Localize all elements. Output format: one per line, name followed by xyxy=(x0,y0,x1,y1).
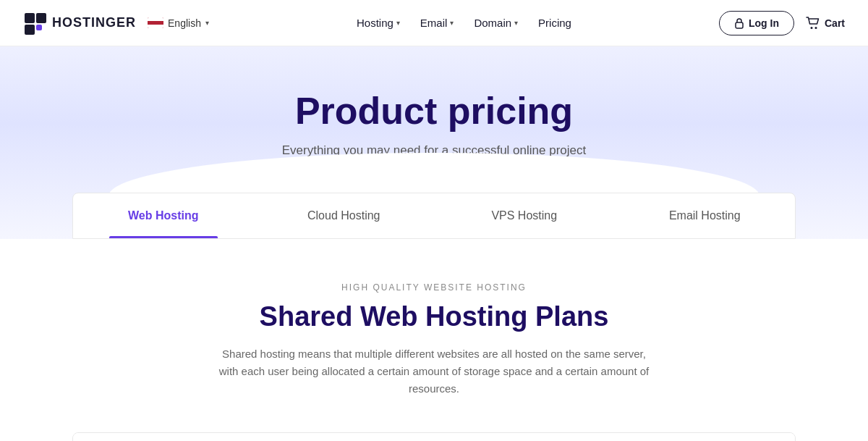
tab-cloud-hosting[interactable]: Cloud Hosting xyxy=(254,193,435,238)
nav-email-label: Email xyxy=(420,17,448,29)
nav-pricing[interactable]: Pricing xyxy=(538,17,571,29)
hosting-tabs: Web Hosting Cloud Hosting VPS Hosting Em… xyxy=(72,193,796,239)
cart-icon xyxy=(806,17,820,30)
chevron-down-icon: ▾ xyxy=(450,19,454,27)
tab-web-hosting[interactable]: Web Hosting xyxy=(73,193,254,238)
nav-actions: Log In Cart xyxy=(719,11,845,35)
tab-email-hosting[interactable]: Email Hosting xyxy=(615,193,796,238)
navbar: HOSTINGER English ▾ Hosting ▾ Email ▾ Do… xyxy=(0,0,868,46)
nav-left: HOSTINGER English ▾ xyxy=(23,12,209,35)
cart-button[interactable]: Cart xyxy=(806,17,845,30)
chevron-down-icon: ▾ xyxy=(514,19,518,27)
flag-icon xyxy=(148,17,163,28)
hero-title: Product pricing xyxy=(23,90,845,133)
svg-rect-3 xyxy=(36,25,42,30)
tab-vps-label: VPS Hosting xyxy=(491,209,557,222)
plan-table: Plan Features Single Premium Business xyxy=(72,432,796,441)
section-title: Shared Web Hosting Plans xyxy=(23,301,845,332)
section-tag: HIGH QUALITY WEBSITE HOSTING xyxy=(23,282,845,293)
nav-domain[interactable]: Domain ▾ xyxy=(474,17,518,29)
svg-rect-2 xyxy=(36,13,46,23)
lock-icon xyxy=(734,17,744,29)
tab-vps-hosting[interactable]: VPS Hosting xyxy=(434,193,615,238)
svg-point-6 xyxy=(814,27,817,29)
logo-icon xyxy=(23,12,46,35)
nav-domain-label: Domain xyxy=(474,17,511,29)
language-label: English xyxy=(168,17,201,29)
main-content: HIGH QUALITY WEBSITE HOSTING Shared Web … xyxy=(0,239,868,441)
tab-email-label: Email Hosting xyxy=(669,209,741,222)
tab-web-label: Web Hosting xyxy=(128,209,198,222)
nav-links: Hosting ▾ Email ▾ Domain ▾ Pricing xyxy=(357,17,571,29)
svg-rect-4 xyxy=(736,22,743,28)
nav-email[interactable]: Email ▾ xyxy=(420,17,454,29)
language-selector[interactable]: English ▾ xyxy=(148,17,209,29)
brand-name: HOSTINGER xyxy=(52,15,136,30)
hero-subtitle: Everything you may need for a successful… xyxy=(23,143,845,158)
cart-label: Cart xyxy=(825,17,845,29)
logo[interactable]: HOSTINGER xyxy=(23,12,136,35)
tab-cloud-label: Cloud Hosting xyxy=(307,209,380,222)
hero-section: Product pricing Everything you may need … xyxy=(0,46,868,239)
login-label: Log In xyxy=(749,17,779,29)
nav-hosting-label: Hosting xyxy=(357,17,393,29)
svg-rect-1 xyxy=(25,25,35,35)
login-button[interactable]: Log In xyxy=(719,11,794,35)
nav-pricing-label: Pricing xyxy=(538,17,571,29)
svg-rect-0 xyxy=(25,13,35,23)
nav-hosting[interactable]: Hosting ▾ xyxy=(357,17,400,29)
svg-point-5 xyxy=(810,27,812,29)
chevron-down-icon: ▾ xyxy=(396,19,400,27)
chevron-down-icon: ▾ xyxy=(205,19,209,27)
plan-header-row: Plan Features Single Premium Business xyxy=(73,433,795,441)
section-description: Shared hosting means that multiple diffe… xyxy=(217,345,651,398)
